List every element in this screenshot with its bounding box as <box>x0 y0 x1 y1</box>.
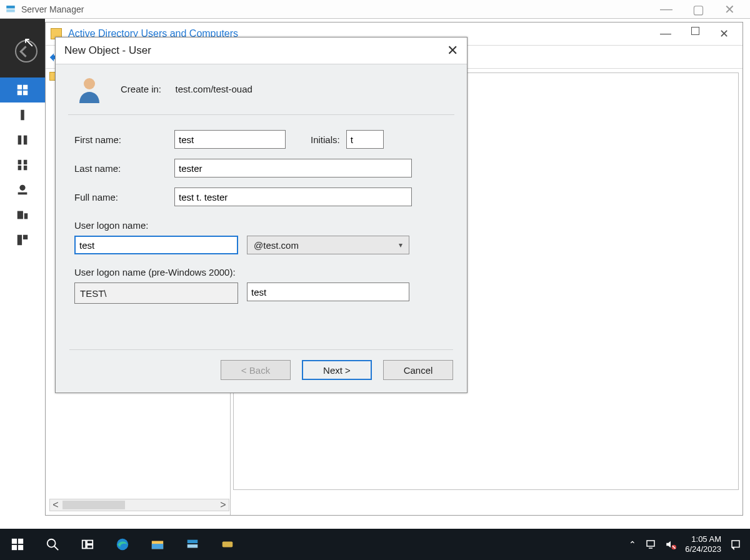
sm-maximize-button[interactable]: ▢ <box>692 2 704 17</box>
scroll-thumb[interactable] <box>62 501 125 509</box>
cursor-icon: ↖ <box>23 34 34 51</box>
next-button[interactable]: Next > <box>302 360 372 380</box>
taskbar-clock[interactable]: 1:05 AM 6/24/2023 <box>685 534 721 555</box>
ad-ds-icon[interactable] <box>0 152 45 178</box>
all-servers-icon[interactable] <box>0 128 45 152</box>
local-server-icon[interactable] <box>0 102 45 128</box>
svg-rect-2 <box>18 85 22 89</box>
svg-rect-27 <box>87 541 92 544</box>
domain-suffix-dropdown[interactable]: @test.com ▾ <box>247 236 409 254</box>
cancel-button[interactable]: Cancel <box>383 360 453 380</box>
full-name-input[interactable] <box>174 188 412 206</box>
server-manager-sidebar <box>0 78 45 525</box>
volume-muted-tray-icon[interactable] <box>665 539 676 550</box>
notifications-tray-icon[interactable] <box>730 539 741 550</box>
role-icon[interactable] <box>0 228 45 252</box>
svg-point-19 <box>84 78 95 89</box>
tree-horizontal-scrollbar[interactable]: < > <box>49 499 229 511</box>
app-taskbar-icon[interactable] <box>210 529 245 560</box>
initials-input[interactable] <box>346 130 384 149</box>
svg-rect-20 <box>12 539 17 544</box>
svg-rect-16 <box>24 213 28 219</box>
sm-close-button[interactable]: ✕ <box>724 2 735 17</box>
dialog-titlebar: New Object - User ✕ <box>56 38 467 64</box>
network-tray-icon[interactable] <box>645 539 656 550</box>
svg-rect-23 <box>18 545 23 550</box>
initials-label: Initials: <box>311 134 340 145</box>
file-storage-icon[interactable] <box>0 202 45 228</box>
svg-rect-0 <box>6 6 15 9</box>
server-manager-icon <box>5 4 16 15</box>
server-manager-title: Server Manager <box>21 4 84 14</box>
task-view-button[interactable] <box>70 529 105 560</box>
svg-rect-35 <box>647 541 654 546</box>
edge-taskbar-icon[interactable] <box>105 529 140 560</box>
dashboard-tile-icon[interactable] <box>0 78 45 102</box>
logon-name-input[interactable] <box>74 236 238 254</box>
taskbar-date: 6/24/2023 <box>685 544 721 554</box>
svg-rect-8 <box>24 136 28 145</box>
aduc-close-button[interactable]: ✕ <box>719 27 729 41</box>
last-name-label: Last name: <box>74 163 174 174</box>
svg-point-13 <box>19 185 25 191</box>
search-button[interactable] <box>35 529 70 560</box>
pre2000-prefix-text: TEST\ <box>80 288 107 299</box>
svg-point-24 <box>48 539 56 548</box>
svg-rect-10 <box>24 160 28 164</box>
first-name-label: First name: <box>74 134 174 145</box>
create-in-label: Create in: <box>121 84 161 94</box>
aduc-maximize-button[interactable] <box>691 27 699 35</box>
svg-rect-26 <box>82 541 86 549</box>
svg-rect-22 <box>12 545 17 550</box>
new-user-dialog: New Object - User ✕ Create in: test.com/… <box>55 37 468 393</box>
svg-rect-32 <box>188 540 198 544</box>
svg-rect-1 <box>6 9 15 12</box>
pre2000-label: User logon name (pre-Windows 2000): <box>74 267 448 278</box>
svg-rect-18 <box>23 235 28 239</box>
dialog-close-button[interactable]: ✕ <box>447 42 458 59</box>
scroll-right-arrow-icon[interactable]: > <box>218 499 229 511</box>
domain-suffix-value: @test.com <box>254 240 299 251</box>
sm-minimize-button[interactable]: — <box>660 2 672 17</box>
svg-line-25 <box>54 546 58 550</box>
svg-rect-6 <box>21 110 24 121</box>
dns-icon[interactable] <box>0 178 45 202</box>
svg-rect-14 <box>18 192 28 195</box>
last-name-input[interactable] <box>174 159 412 178</box>
svg-rect-31 <box>152 544 163 549</box>
pre2000-logon-input[interactable] <box>247 282 409 301</box>
start-button[interactable] <box>0 529 35 560</box>
taskbar-time: 1:05 AM <box>685 534 721 544</box>
svg-rect-28 <box>87 545 92 549</box>
create-in-path: test.com/test-ouad <box>176 84 252 94</box>
file-explorer-taskbar-icon[interactable] <box>140 529 175 560</box>
pre2000-domain-prefix: TEST\ <box>74 282 238 304</box>
svg-rect-7 <box>18 136 22 145</box>
svg-rect-4 <box>18 91 22 95</box>
svg-rect-39 <box>732 541 739 548</box>
taskbar: ⌃ 1:05 AM 6/24/2023 <box>0 529 750 560</box>
svg-rect-33 <box>188 544 198 548</box>
svg-rect-9 <box>18 160 22 164</box>
scroll-left-arrow-icon[interactable]: < <box>50 499 61 511</box>
dialog-title: New Object - User <box>64 44 151 57</box>
svg-rect-12 <box>24 166 28 170</box>
svg-rect-11 <box>18 166 22 170</box>
svg-rect-34 <box>222 541 233 547</box>
first-name-input[interactable] <box>174 130 286 149</box>
aduc-minimize-button[interactable]: — <box>660 27 671 41</box>
svg-rect-5 <box>23 91 28 95</box>
chevron-down-icon: ▾ <box>399 241 402 249</box>
svg-rect-17 <box>18 235 22 246</box>
tray-chevron-up-icon[interactable]: ⌃ <box>629 539 636 549</box>
full-name-label: Full name: <box>74 192 174 202</box>
svg-rect-21 <box>18 539 23 544</box>
server-manager-titlebar: Server Manager — ▢ ✕ <box>0 0 750 19</box>
logon-name-label: User logon name: <box>74 220 448 231</box>
back-button: < Back <box>221 360 291 380</box>
svg-rect-15 <box>18 211 23 219</box>
user-icon <box>74 74 104 104</box>
server-manager-taskbar-icon[interactable] <box>175 529 210 560</box>
svg-rect-3 <box>23 85 28 89</box>
